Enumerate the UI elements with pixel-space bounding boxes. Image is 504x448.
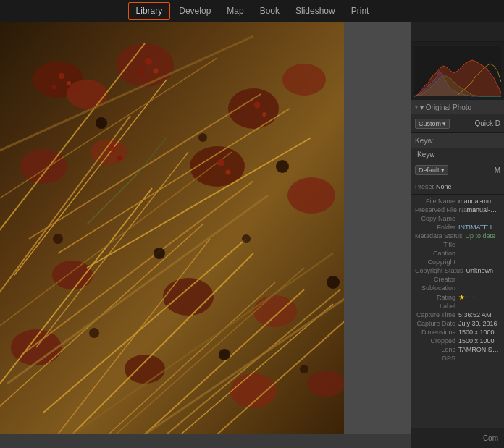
default-row: Default ▾ M (415, 164, 500, 177)
m-label: M (495, 166, 500, 174)
preset-section: Preset None (411, 179, 504, 195)
keyw-value-label: Keyw (415, 149, 437, 160)
quick-develop-label: Quick D (474, 118, 500, 129)
nav-library[interactable]: Library (128, 2, 171, 20)
folder-row: Folder INTIMATE LAND (415, 223, 500, 232)
folder-label: Folder (415, 224, 458, 231)
photo-display (0, 22, 344, 434)
preserved-name-row: Preserved File Name manual-mode- (415, 206, 500, 214)
metadata-status-value: Up to date (466, 232, 496, 240)
caption-row: Caption (415, 249, 500, 258)
photo-background (0, 22, 344, 434)
sublocation-row: Sublocation (415, 284, 500, 292)
svg-point-60 (262, 112, 266, 117)
svg-point-13 (253, 295, 297, 327)
lens-label: Lens (415, 346, 458, 353)
nav-print[interactable]: Print (344, 3, 377, 19)
custom-dropdown[interactable]: Custom ▾ (415, 119, 450, 129)
quick-develop-row: Custom ▾ Quick D (415, 117, 500, 130)
svg-point-51 (219, 349, 230, 360)
original-photo-section[interactable]: ▾ ▾ Original Photo (411, 100, 504, 114)
sublocation-label: Sublocation (415, 284, 458, 292)
nav-develop[interactable]: Develop (172, 3, 218, 19)
histogram-svg (414, 45, 501, 97)
label-row: Label (415, 302, 500, 310)
cropped-label: Cropped (415, 337, 458, 345)
panel-header (411, 22, 504, 42)
histogram-area (411, 42, 504, 100)
svg-point-5 (228, 88, 279, 129)
nav-book[interactable]: Book (253, 3, 287, 19)
svg-point-55 (52, 85, 57, 90)
capture-time-label: Capture Time (415, 311, 458, 318)
file-name-value: manual-mode- (458, 198, 500, 205)
title-row: Title (415, 240, 500, 249)
copyright-status-label: Copyright Status (415, 267, 466, 274)
caption-label: Caption (415, 250, 458, 257)
svg-point-17 (307, 371, 344, 397)
svg-point-12 (163, 278, 214, 316)
photo-svg (0, 22, 344, 434)
copyright-label: Copyright (415, 258, 458, 266)
bottom-bar: Com (411, 428, 504, 448)
preset-value: None (436, 183, 452, 190)
nav-slideshow[interactable]: Slideshow (288, 3, 343, 19)
star-3[interactable]: · (468, 293, 469, 301)
svg-point-7 (20, 149, 67, 184)
cropped-value: 1500 x 1000 (458, 337, 495, 345)
svg-point-6 (282, 64, 326, 96)
capture-date-label: Capture Date (415, 320, 458, 327)
copy-name-label: Copy Name (415, 215, 458, 222)
svg-point-50 (89, 328, 99, 338)
svg-point-54 (67, 81, 71, 85)
rating-row: Rating ★ · · · · (415, 292, 500, 302)
folder-value[interactable]: INTIMATE LAND (458, 224, 500, 231)
bottom-label: Com (483, 434, 498, 442)
preset-label: Preset (415, 183, 434, 190)
gps-row: GPS (415, 354, 500, 363)
svg-point-49 (327, 276, 340, 289)
file-name-row: File Name manual-mode- (415, 197, 500, 206)
svg-point-48 (242, 234, 251, 243)
svg-point-58 (138, 69, 144, 75)
dimensions-label: Dimensions (415, 329, 458, 336)
svg-point-64 (226, 170, 231, 175)
svg-point-4 (116, 43, 174, 87)
capture-time-row: Capture Time 5:36:52 AM (415, 310, 500, 319)
star-2[interactable]: · (466, 293, 467, 301)
metadata-status-row: Metadata Status Up to date (415, 232, 500, 240)
star-1[interactable]: ★ (458, 293, 465, 301)
label-label: Label (415, 303, 458, 310)
creator-row: Creator (415, 275, 500, 284)
copyright-row: Copyright (415, 258, 500, 266)
cropped-row: Cropped 1500 x 1000 (415, 337, 500, 345)
rating-label: Rating (415, 294, 458, 301)
svg-point-46 (53, 234, 63, 244)
default-section: Default ▾ M (411, 161, 504, 179)
top-nav-bar: Library Develop Map Book Slideshow Print (0, 0, 504, 22)
quick-develop-section: Custom ▾ Quick D (411, 114, 504, 133)
copyright-status-row: Copyright Status Unknown (415, 266, 500, 275)
lens-row: Lens TAMRON SP 9 (415, 345, 500, 354)
rating-stars[interactable]: ★ · · · · (458, 293, 474, 301)
capture-time-value: 5:36:52 AM (458, 311, 492, 318)
nav-map[interactable]: Map (219, 3, 251, 19)
svg-point-43 (96, 117, 107, 129)
copyright-status-value: Unknown (466, 267, 494, 274)
dimensions-row: Dimensions 1500 x 1000 (415, 328, 500, 337)
copy-name-row: Copy Name (415, 214, 500, 223)
default-dropdown[interactable]: Default ▾ (415, 165, 448, 175)
svg-point-56 (145, 58, 152, 65)
svg-point-45 (276, 160, 289, 173)
svg-point-63 (217, 159, 224, 166)
metadata-status-label: Metadata Status (415, 232, 466, 240)
star-5[interactable]: · (473, 293, 474, 301)
star-4[interactable]: · (470, 293, 471, 301)
keyword-section-header[interactable]: Keyw (411, 133, 504, 148)
svg-point-59 (254, 102, 261, 109)
triangle-icon: ▾ (415, 104, 418, 111)
svg-point-52 (300, 365, 308, 373)
creator-label: Creator (415, 276, 458, 283)
photo-area (0, 22, 411, 448)
keyword-section: Keyw (411, 148, 504, 161)
